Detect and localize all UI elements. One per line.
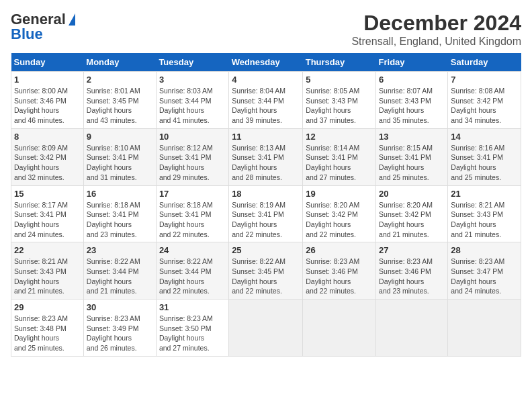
calendar-week-2: 8 Sunrise: 8:09 AMSunset: 3:42 PMDayligh…: [11, 128, 521, 185]
calendar-cell: 15 Sunrise: 8:17 AMSunset: 3:41 PMDaylig…: [11, 185, 84, 242]
day-info: Sunrise: 8:20 AMSunset: 3:42 PMDaylight …: [379, 201, 433, 238]
day-number: 29: [14, 302, 81, 312]
calendar-cell: 28 Sunrise: 8:23 AMSunset: 3:47 PMDaylig…: [448, 242, 521, 300]
day-info: Sunrise: 8:01 AMSunset: 3:45 PMDaylight …: [87, 87, 140, 124]
calendar-cell: 26 Sunrise: 8:23 AMSunset: 3:46 PMDaylig…: [303, 242, 376, 300]
calendar-cell: 24 Sunrise: 8:22 AMSunset: 3:44 PMDaylig…: [156, 242, 228, 300]
calendar-cell: 9 Sunrise: 8:10 AMSunset: 3:41 PMDayligh…: [83, 128, 156, 185]
day-info: Sunrise: 8:21 AMSunset: 3:43 PMDaylight …: [451, 201, 504, 238]
calendar-cell: 22 Sunrise: 8:21 AMSunset: 3:43 PMDaylig…: [11, 242, 84, 300]
day-number: 10: [159, 132, 226, 142]
day-info: Sunrise: 8:16 AMSunset: 3:41 PMDaylight …: [451, 144, 504, 181]
calendar-week-4: 22 Sunrise: 8:21 AMSunset: 3:43 PMDaylig…: [11, 242, 521, 300]
calendar-cell: 30 Sunrise: 8:23 AMSunset: 3:49 PMDaylig…: [83, 300, 156, 357]
calendar-cell: 17 Sunrise: 8:18 AMSunset: 3:41 PMDaylig…: [156, 185, 228, 242]
day-info: Sunrise: 8:07 AMSunset: 3:43 PMDaylight …: [379, 87, 433, 124]
day-number: 25: [232, 245, 300, 255]
weekday-header-row: SundayMondayTuesdayWednesdayThursdayFrid…: [11, 53, 521, 72]
day-info: Sunrise: 8:15 AMSunset: 3:41 PMDaylight …: [379, 144, 433, 181]
calendar-cell: 25 Sunrise: 8:22 AMSunset: 3:45 PMDaylig…: [229, 242, 303, 300]
day-info: Sunrise: 8:09 AMSunset: 3:42 PMDaylight …: [14, 144, 68, 181]
calendar-week-1: 1 Sunrise: 8:00 AMSunset: 3:46 PMDayligh…: [11, 72, 521, 129]
calendar-cell: 3 Sunrise: 8:03 AMSunset: 3:44 PMDayligh…: [156, 72, 228, 129]
day-number: 11: [232, 132, 300, 142]
weekday-friday: Friday: [376, 53, 448, 72]
day-info: Sunrise: 8:22 AMSunset: 3:45 PMDaylight …: [232, 257, 285, 295]
weekday-tuesday: Tuesday: [156, 53, 228, 72]
calendar-cell: 14 Sunrise: 8:16 AMSunset: 3:41 PMDaylig…: [448, 128, 521, 185]
day-number: 9: [87, 132, 153, 142]
calendar-cell: [376, 300, 448, 357]
calendar-cell: [303, 300, 376, 357]
day-number: 13: [379, 132, 445, 142]
day-info: Sunrise: 8:03 AMSunset: 3:44 PMDaylight …: [159, 87, 213, 124]
day-info: Sunrise: 8:17 AMSunset: 3:41 PMDaylight …: [14, 201, 68, 238]
day-info: Sunrise: 8:23 AMSunset: 3:47 PMDaylight …: [451, 257, 504, 295]
day-number: 19: [306, 189, 373, 199]
calendar-cell: 13 Sunrise: 8:15 AMSunset: 3:41 PMDaylig…: [376, 128, 448, 185]
calendar-cell: 16 Sunrise: 8:18 AMSunset: 3:41 PMDaylig…: [83, 185, 156, 242]
day-number: 21: [451, 189, 518, 199]
title-block: December 2024 Strensall, England, United…: [351, 11, 521, 48]
day-number: 7: [451, 75, 518, 85]
day-info: Sunrise: 8:05 AMSunset: 3:43 PMDaylight …: [306, 87, 359, 124]
calendar-cell: [229, 300, 303, 357]
calendar-cell: 8 Sunrise: 8:09 AMSunset: 3:42 PMDayligh…: [11, 128, 84, 185]
day-number: 4: [232, 75, 300, 85]
day-number: 26: [306, 245, 373, 255]
day-info: Sunrise: 8:12 AMSunset: 3:41 PMDaylight …: [159, 144, 213, 181]
logo-blue-text: Blue: [11, 26, 43, 43]
day-number: 23: [87, 245, 153, 255]
day-number: 27: [379, 245, 445, 255]
day-number: 22: [14, 245, 81, 255]
calendar-cell: 29 Sunrise: 8:23 AMSunset: 3:48 PMDaylig…: [11, 300, 84, 357]
calendar-body: 1 Sunrise: 8:00 AMSunset: 3:46 PMDayligh…: [11, 72, 521, 357]
calendar-cell: 6 Sunrise: 8:07 AMSunset: 3:43 PMDayligh…: [376, 72, 448, 129]
calendar-cell: 7 Sunrise: 8:08 AMSunset: 3:42 PMDayligh…: [448, 72, 521, 129]
logo-arrow-icon: [69, 13, 75, 26]
day-number: 2: [87, 75, 153, 85]
day-number: 14: [451, 132, 518, 142]
calendar-cell: 4 Sunrise: 8:04 AMSunset: 3:44 PMDayligh…: [229, 72, 303, 129]
weekday-monday: Monday: [83, 53, 156, 72]
calendar-week-5: 29 Sunrise: 8:23 AMSunset: 3:48 PMDaylig…: [11, 300, 521, 357]
day-info: Sunrise: 8:18 AMSunset: 3:41 PMDaylight …: [87, 201, 140, 238]
day-number: 6: [379, 75, 445, 85]
calendar-week-3: 15 Sunrise: 8:17 AMSunset: 3:41 PMDaylig…: [11, 185, 521, 242]
day-info: Sunrise: 8:08 AMSunset: 3:42 PMDaylight …: [451, 87, 504, 124]
calendar-cell: 31 Sunrise: 8:23 AMSunset: 3:50 PMDaylig…: [156, 300, 228, 357]
calendar-cell: [448, 300, 521, 357]
day-info: Sunrise: 8:04 AMSunset: 3:44 PMDaylight …: [232, 87, 285, 124]
weekday-thursday: Thursday: [303, 53, 376, 72]
calendar-cell: 5 Sunrise: 8:05 AMSunset: 3:43 PMDayligh…: [303, 72, 376, 129]
day-info: Sunrise: 8:23 AMSunset: 3:46 PMDaylight …: [379, 257, 433, 295]
logo: General Blue: [11, 11, 75, 43]
day-number: 20: [379, 189, 445, 199]
day-number: 30: [87, 302, 153, 312]
day-number: 8: [14, 132, 81, 142]
calendar-table: SundayMondayTuesdayWednesdayThursdayFrid…: [11, 53, 521, 357]
day-number: 1: [14, 75, 81, 85]
calendar-cell: 10 Sunrise: 8:12 AMSunset: 3:41 PMDaylig…: [156, 128, 228, 185]
day-info: Sunrise: 8:22 AMSunset: 3:44 PMDaylight …: [159, 257, 213, 295]
day-number: 31: [159, 302, 226, 312]
day-info: Sunrise: 8:23 AMSunset: 3:50 PMDaylight …: [159, 314, 213, 352]
day-info: Sunrise: 8:19 AMSunset: 3:41 PMDaylight …: [232, 201, 285, 238]
day-info: Sunrise: 8:14 AMSunset: 3:41 PMDaylight …: [306, 144, 359, 181]
calendar-cell: 20 Sunrise: 8:20 AMSunset: 3:42 PMDaylig…: [376, 185, 448, 242]
day-number: 15: [14, 189, 81, 199]
day-number: 16: [87, 189, 153, 199]
page-header: General Blue December 2024 Strensall, En…: [11, 11, 521, 48]
weekday-saturday: Saturday: [448, 53, 521, 72]
calendar-cell: 18 Sunrise: 8:19 AMSunset: 3:41 PMDaylig…: [229, 185, 303, 242]
day-info: Sunrise: 8:23 AMSunset: 3:46 PMDaylight …: [306, 257, 359, 295]
weekday-wednesday: Wednesday: [229, 53, 303, 72]
calendar-cell: 1 Sunrise: 8:00 AMSunset: 3:46 PMDayligh…: [11, 72, 84, 129]
day-number: 18: [232, 189, 300, 199]
day-number: 17: [159, 189, 226, 199]
calendar-cell: 2 Sunrise: 8:01 AMSunset: 3:45 PMDayligh…: [83, 72, 156, 129]
calendar-cell: 19 Sunrise: 8:20 AMSunset: 3:42 PMDaylig…: [303, 185, 376, 242]
day-number: 12: [306, 132, 373, 142]
day-info: Sunrise: 8:20 AMSunset: 3:42 PMDaylight …: [306, 201, 359, 238]
day-info: Sunrise: 8:22 AMSunset: 3:44 PMDaylight …: [87, 257, 140, 295]
